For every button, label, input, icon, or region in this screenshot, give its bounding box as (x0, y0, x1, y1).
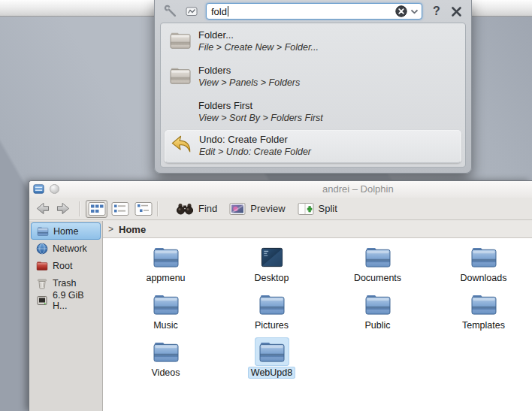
forward-button[interactable] (56, 202, 71, 215)
text-caret (228, 6, 228, 17)
globe-icon (36, 243, 48, 255)
breadcrumb-current[interactable]: Home (119, 224, 146, 235)
window-title: andrei – Dolphin (322, 183, 394, 195)
red-folder-icon (36, 260, 48, 272)
file-item-desktop[interactable]: Desktop (219, 243, 325, 290)
menu-search-input[interactable]: fold (206, 3, 422, 20)
window-body: Home Network Root Trash 6.9 GiB H... (29, 221, 532, 411)
folder-icon (470, 246, 498, 269)
preview-label: Preview (250, 203, 285, 214)
file-label: Pictures (252, 319, 292, 331)
folder-icon (364, 293, 392, 316)
file-label: Public (361, 319, 393, 331)
folder-icon (258, 340, 286, 364)
find-label: Find (198, 203, 217, 214)
split-icon (298, 202, 314, 216)
file-item-public[interactable]: Public (325, 290, 431, 337)
icons-view-icon (88, 201, 106, 216)
result-folders[interactable]: Folders View > Panels > Folders (165, 62, 461, 95)
desktop-icon (258, 246, 286, 269)
split-button[interactable]: Split (298, 202, 337, 216)
trash-icon (36, 277, 48, 289)
file-label: Documents (351, 272, 404, 284)
place-label: 6.9 GiB H... (53, 290, 101, 311)
help-button[interactable]: ? (431, 5, 443, 18)
file-item-templates[interactable]: Templates (431, 290, 532, 337)
place-label: Network (53, 243, 87, 254)
details-view-button[interactable] (132, 200, 154, 218)
details-view-icon (135, 201, 153, 216)
file-label: appmenu (143, 272, 188, 284)
file-label: Downloads (458, 272, 510, 284)
sidebar-item-drive[interactable]: 6.9 GiB H... (31, 292, 101, 309)
file-item-music[interactable]: Music (113, 290, 219, 337)
menu-search-dialog: fold ? Folder... File > Create New > Fol… (154, 0, 472, 174)
result-path: Edit > Undo: Create Folder (199, 146, 311, 158)
result-undo-create-folder[interactable]: Undo: Create Folder Edit > Undo: Create … (165, 130, 461, 163)
folder-icon (470, 293, 498, 316)
breadcrumb[interactable]: > Home (103, 221, 532, 238)
undo-icon (170, 134, 192, 156)
split-label: Split (319, 203, 337, 214)
window-menu-icon[interactable] (33, 183, 44, 195)
compact-view-icon (111, 201, 129, 216)
back-button[interactable] (35, 202, 50, 215)
titlebar[interactable]: andrei – Dolphin (29, 181, 532, 198)
preview-icon (229, 202, 246, 216)
file-item-documents[interactable]: Documents (325, 243, 431, 290)
file-item-videos[interactable]: Videos (113, 337, 219, 385)
place-label: Trash (53, 278, 77, 289)
result-path: View > Panels > Folders (198, 77, 300, 89)
breadcrumb-root-arrow[interactable]: > (108, 224, 113, 234)
search-results-panel: Folder... File > Create New > Folder... … (160, 23, 466, 168)
file-item-pictures[interactable]: Pictures (219, 290, 325, 337)
sidebar-item-network[interactable]: Network (31, 240, 101, 257)
folder-icon (152, 246, 180, 269)
preview-button[interactable]: Preview (229, 202, 285, 216)
result-title: Folders (198, 64, 300, 77)
result-folders-first[interactable]: Folders First View > Sort By > Folders F… (165, 97, 461, 130)
result-title: Undo: Create Folder (199, 133, 311, 146)
wrench-icon[interactable] (164, 5, 177, 18)
place-label: Root (53, 261, 72, 271)
sidebar-item-root[interactable]: Root (31, 257, 101, 274)
icons-view-button[interactable] (86, 200, 107, 218)
toolbar-separator (79, 201, 80, 216)
home-folder-icon (37, 225, 49, 237)
drive-icon (36, 295, 48, 307)
folder-icon (152, 340, 180, 364)
find-button[interactable]: Find (176, 202, 217, 215)
result-title: Folder... (198, 29, 319, 41)
file-item-downloads[interactable]: Downloads (431, 243, 532, 290)
file-item-webupd8[interactable]: WebUpd8 (219, 337, 325, 385)
sidebar-item-home[interactable]: Home (31, 222, 101, 240)
result-path: File > Create New > Folder... (198, 41, 319, 53)
file-label: Templates (459, 319, 508, 331)
file-label: WebUpd8 (248, 367, 295, 379)
menu-search-toolbar: fold ? (155, 0, 471, 23)
desktop: fold ? Folder... File > Create New > Fol… (0, 0, 532, 411)
appmenu-icon[interactable] (186, 5, 198, 17)
file-item-appmenu[interactable]: appmenu (113, 243, 219, 290)
window-pin-button[interactable] (50, 184, 59, 194)
folder-icon (364, 246, 392, 269)
result-folder[interactable]: Folder... File > Create New > Folder... (165, 26, 461, 59)
binoculars-icon (176, 202, 194, 215)
dolphin-window: andrei – Dolphin Find Preview (29, 180, 532, 411)
folder-view[interactable]: appmenu Desktop Documents Downloads (103, 238, 532, 411)
place-label: Home (53, 226, 78, 237)
folder-icon (258, 293, 286, 316)
folder-icon (152, 293, 180, 316)
toolbar-separator (157, 201, 158, 216)
close-icon[interactable] (451, 6, 462, 17)
folder-view-container: > Home appmenu Desktop Documents (103, 221, 532, 411)
result-title: Folders First (198, 99, 323, 112)
search-query-text: fold (211, 6, 227, 17)
file-label: Desktop (252, 272, 292, 284)
compact-view-button[interactable] (109, 200, 131, 218)
main-toolbar: Find Preview Split (29, 198, 532, 220)
chevron-down-icon[interactable] (410, 9, 419, 14)
clear-text-icon[interactable] (395, 5, 407, 17)
grey-folder-icon (169, 29, 192, 52)
grey-folder-icon (169, 65, 192, 87)
